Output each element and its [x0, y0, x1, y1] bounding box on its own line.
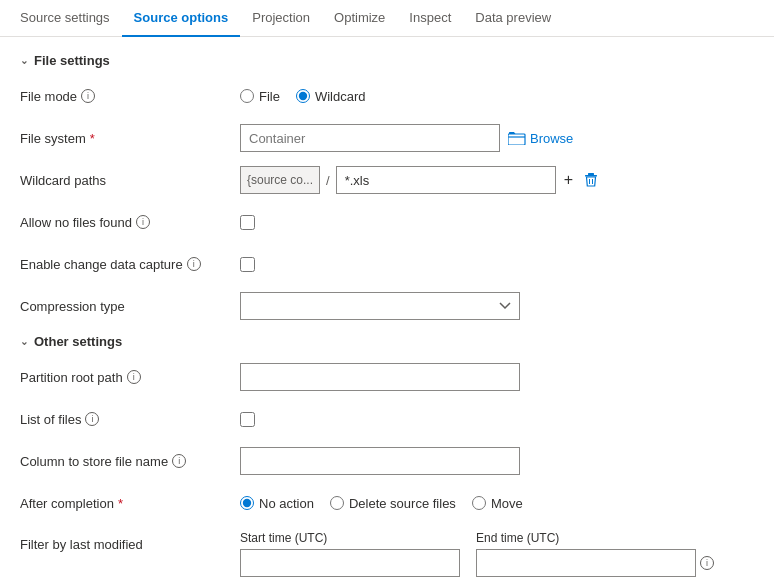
svg-rect-1 [588, 173, 594, 175]
wildcard-row: {source co... / + [240, 166, 601, 194]
tab-source-settings[interactable]: Source settings [8, 0, 122, 37]
enable-cdc-checkbox[interactable] [240, 257, 255, 272]
after-completion-move[interactable]: Move [472, 496, 523, 511]
browse-folder-icon [508, 131, 526, 145]
compression-type-label: Compression type [20, 299, 240, 314]
after-completion-required: * [118, 496, 123, 511]
end-time-group: End time (UTC) i [476, 531, 714, 577]
trash-icon [583, 172, 599, 188]
start-time-input[interactable] [240, 549, 460, 577]
filter-end-info-icon[interactable]: i [700, 556, 714, 570]
partition-root-path-label: Partition root path i [20, 370, 240, 385]
wildcard-paths-controls: {source co... / + [240, 166, 754, 194]
allow-no-files-checkbox[interactable] [240, 215, 255, 230]
allow-no-files-label: Allow no files found i [20, 215, 240, 230]
filter-last-modified-label: Filter by last modified [20, 531, 240, 552]
no-action-radio[interactable] [240, 496, 254, 510]
delete-wildcard-button[interactable] [581, 172, 601, 188]
compression-type-row: Compression type None bzip2 gzip deflate… [20, 292, 754, 320]
after-completion-no-action[interactable]: No action [240, 496, 314, 511]
file-mode-info-icon[interactable]: i [81, 89, 95, 103]
file-mode-file-option[interactable]: File [240, 89, 280, 104]
list-of-files-checkbox[interactable] [240, 412, 255, 427]
file-mode-row: File mode i File Wildcard [20, 82, 754, 110]
file-system-row: File system * Browse [20, 124, 754, 152]
column-store-filename-info-icon[interactable]: i [172, 454, 186, 468]
enable-cdc-info-icon[interactable]: i [187, 257, 201, 271]
nav-tabs: Source settings Source options Projectio… [0, 0, 774, 37]
compression-type-controls: None bzip2 gzip deflate ZipDeflate TarGz… [240, 292, 754, 320]
compression-type-select[interactable]: None bzip2 gzip deflate ZipDeflate TarGz… [240, 292, 520, 320]
tab-projection[interactable]: Projection [240, 0, 322, 37]
after-completion-label: After completion * [20, 496, 240, 511]
partition-root-path-controls [240, 363, 754, 391]
file-settings-title: File settings [34, 53, 110, 68]
partition-root-path-input[interactable] [240, 363, 520, 391]
move-label: Move [491, 496, 523, 511]
partition-root-path-info-icon[interactable]: i [127, 370, 141, 384]
enable-cdc-controls [240, 257, 754, 272]
path-separator: / [324, 173, 332, 188]
wildcard-prefix: {source co... [240, 166, 320, 194]
delete-radio[interactable] [330, 496, 344, 510]
content-area: ⌄ File settings File mode i File Wildcar… [0, 37, 774, 579]
list-of-files-controls [240, 412, 754, 427]
file-settings-header[interactable]: ⌄ File settings [20, 53, 754, 68]
column-store-filename-input[interactable] [240, 447, 520, 475]
enable-cdc-row: Enable change data capture i [20, 250, 754, 278]
allow-no-files-controls [240, 215, 754, 230]
move-radio[interactable] [472, 496, 486, 510]
column-store-filename-row: Column to store file name i [20, 447, 754, 475]
after-completion-delete[interactable]: Delete source files [330, 496, 456, 511]
file-mode-file-radio[interactable] [240, 89, 254, 103]
start-time-label: Start time (UTC) [240, 531, 460, 545]
tab-optimize[interactable]: Optimize [322, 0, 397, 37]
tab-inspect[interactable]: Inspect [397, 0, 463, 37]
file-system-controls: Browse [240, 124, 754, 152]
svg-rect-0 [508, 134, 525, 145]
column-store-filename-controls [240, 447, 754, 475]
filter-last-modified-row: Filter by last modified Start time (UTC)… [20, 531, 754, 577]
wildcard-paths-row: Wildcard paths {source co... / + [20, 166, 754, 194]
wildcard-value-input[interactable] [336, 166, 556, 194]
browse-button[interactable]: Browse [508, 131, 573, 146]
add-wildcard-button[interactable]: + [560, 171, 577, 189]
list-of-files-label: List of files i [20, 412, 240, 427]
file-mode-radio-group: File Wildcard [240, 89, 366, 104]
file-mode-file-label: File [259, 89, 280, 104]
after-completion-radio-group: No action Delete source files Move [240, 496, 523, 511]
allow-no-files-row: Allow no files found i [20, 208, 754, 236]
wildcard-paths-label: Wildcard paths [20, 173, 240, 188]
allow-no-files-info-icon[interactable]: i [136, 215, 150, 229]
after-completion-controls: No action Delete source files Move [240, 496, 754, 511]
after-completion-row: After completion * No action Delete sour… [20, 489, 754, 517]
file-mode-label: File mode i [20, 89, 240, 104]
list-of-files-row: List of files i [20, 405, 754, 433]
file-system-label: File system * [20, 131, 240, 146]
other-settings-title: Other settings [34, 334, 122, 349]
file-system-required: * [90, 131, 95, 146]
end-time-input[interactable] [476, 549, 696, 577]
enable-cdc-label: Enable change data capture i [20, 257, 240, 272]
svg-rect-2 [585, 175, 597, 177]
browse-label: Browse [530, 131, 573, 146]
other-settings-chevron: ⌄ [20, 336, 28, 347]
delete-label: Delete source files [349, 496, 456, 511]
file-settings-chevron: ⌄ [20, 55, 28, 66]
file-mode-wildcard-option[interactable]: Wildcard [296, 89, 366, 104]
other-settings-header[interactable]: ⌄ Other settings [20, 334, 754, 349]
column-store-filename-label: Column to store file name i [20, 454, 240, 469]
list-of-files-info-icon[interactable]: i [85, 412, 99, 426]
tab-source-options[interactable]: Source options [122, 0, 241, 37]
file-mode-wildcard-radio[interactable] [296, 89, 310, 103]
no-action-label: No action [259, 496, 314, 511]
file-mode-controls: File Wildcard [240, 89, 754, 104]
filter-inputs: Start time (UTC) End time (UTC) i [240, 531, 714, 577]
file-system-input[interactable] [240, 124, 500, 152]
tab-data-preview[interactable]: Data preview [463, 0, 563, 37]
start-time-group: Start time (UTC) [240, 531, 460, 577]
partition-root-path-row: Partition root path i [20, 363, 754, 391]
end-time-label: End time (UTC) [476, 531, 714, 545]
file-mode-wildcard-label: Wildcard [315, 89, 366, 104]
